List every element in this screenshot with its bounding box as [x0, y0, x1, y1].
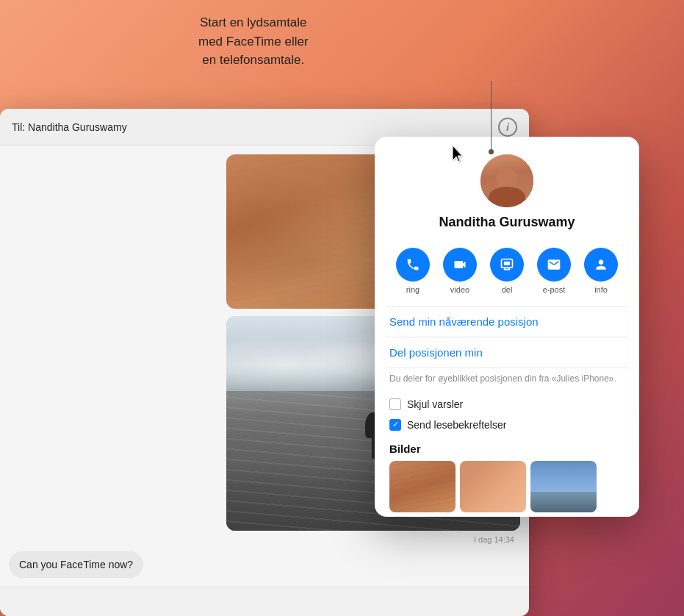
send-read-receipts-label: Send lesebekreftelser — [407, 419, 506, 431]
send-read-receipts-row[interactable]: ✓ Send lesebekreftelser — [375, 415, 639, 435]
action-ring[interactable]: ring — [396, 248, 430, 294]
annotation-tooltip: Start en lydsamtale med FaceTime eller e… — [198, 13, 309, 70]
annotation-line2: med FaceTime eller — [198, 35, 309, 49]
messages-input-bar — [0, 587, 529, 616]
svg-rect-1 — [504, 262, 510, 265]
contact-popover: Nanditha Guruswamy ring video — [375, 137, 639, 517]
message-bubble: Can you FaceTime now? — [9, 551, 143, 578]
photo-thumb-1[interactable] — [389, 461, 456, 512]
share-icon — [490, 248, 524, 282]
action-info[interactable]: info — [584, 248, 618, 294]
person-icon — [584, 248, 618, 282]
recipient-name: Nanditha Guruswamy — [28, 121, 127, 133]
contact-avatar — [480, 154, 533, 207]
annotation-line1: Start en lydsamtale — [200, 15, 307, 29]
to-label: Til: — [12, 121, 25, 133]
contact-avatar-section: Nanditha Guruswamy — [375, 137, 639, 239]
hide-notifications-row[interactable]: Skjul varsler — [375, 394, 639, 415]
send-position-link[interactable]: Send min nåværende posisjon — [375, 307, 639, 337]
ring-icon — [396, 248, 430, 282]
contact-name: Nanditha Guruswamy — [439, 215, 575, 230]
message-timestamp: I dag 14:34 — [9, 535, 520, 544]
video-label: video — [450, 285, 469, 294]
send-read-receipts-checkbox[interactable]: ✓ — [389, 419, 401, 431]
email-icon — [537, 248, 571, 282]
photo-thumb-2[interactable] — [460, 461, 526, 512]
info-label: info — [594, 285, 608, 294]
avatar-face — [480, 154, 533, 207]
action-buttons-row: ring video del — [375, 239, 639, 306]
hide-notifications-label: Skjul varsler — [407, 398, 463, 410]
share-label: del — [502, 285, 513, 294]
photos-section: Bilder — [375, 435, 639, 517]
annotation-line3: en telefonsamtale. — [202, 53, 304, 67]
action-video[interactable]: video — [443, 248, 477, 294]
share-position-link[interactable]: Del posisjonen min — [375, 337, 639, 368]
photos-thumbnails — [389, 461, 624, 512]
messages-recipient: Til: Nanditha Guruswamy — [12, 121, 127, 133]
annotation-line-connector — [491, 81, 492, 154]
info-button[interactable]: i — [498, 118, 517, 137]
photo-thumb-3[interactable] — [530, 461, 597, 512]
ring-label: ring — [406, 285, 420, 294]
photos-title: Bilder — [389, 443, 624, 455]
sharing-description: Du deler for øyeblikket posisjonen din f… — [375, 368, 639, 394]
action-email[interactable]: e-post — [537, 248, 571, 294]
email-label: e-post — [543, 285, 566, 294]
video-icon — [443, 248, 477, 282]
action-share[interactable]: del — [490, 248, 524, 294]
hide-notifications-checkbox[interactable] — [389, 398, 401, 410]
